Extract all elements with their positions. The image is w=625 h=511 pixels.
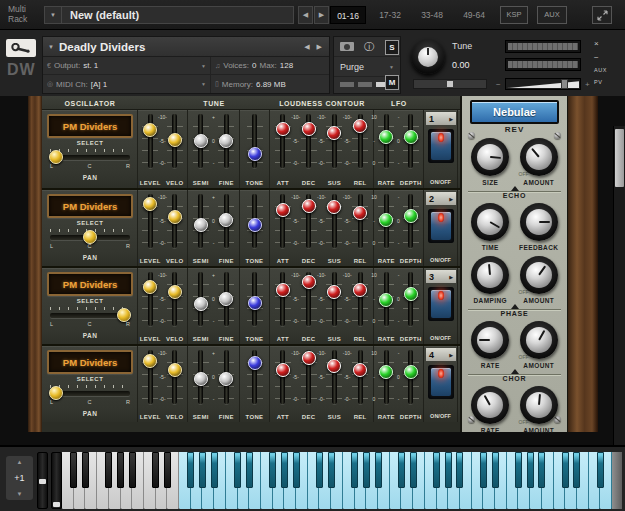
- fx-knob-echo-feedback[interactable]: [515, 200, 564, 244]
- depth-slider-knob[interactable]: [404, 130, 418, 144]
- rack-tab-49-64[interactable]: 49-64: [456, 6, 492, 24]
- black-key-mapped[interactable]: [456, 452, 463, 488]
- channel-number-tab[interactable]: 2▶: [426, 192, 456, 205]
- fx-knob-chor-rate[interactable]: [466, 383, 515, 427]
- minimize-view-button[interactable]: [592, 6, 612, 24]
- depth-slider-knob[interactable]: [404, 287, 418, 301]
- black-key[interactable]: [70, 452, 77, 488]
- rack-scrollbar-thumb[interactable]: [615, 129, 624, 187]
- sus-slider[interactable]: -10--5--0- SUS: [322, 110, 348, 188]
- pan-slider[interactable]: [50, 391, 130, 396]
- att-slider[interactable]: ATT: [270, 268, 296, 344]
- chevron-down-icon[interactable]: ▼: [45, 7, 62, 23]
- black-key-mapped[interactable]: [234, 452, 241, 488]
- black-key[interactable]: [82, 452, 89, 488]
- rel-slider[interactable]: -10--5--0- REL: [347, 268, 373, 344]
- chevron-down-icon[interactable]: ▼: [43, 44, 59, 50]
- black-key-mapped[interactable]: [515, 452, 522, 488]
- black-key-mapped[interactable]: [597, 452, 604, 488]
- fine-slider[interactable]: +0- FINE: [214, 268, 240, 344]
- pan-slider[interactable]: [50, 235, 130, 240]
- dec-slider-knob[interactable]: [302, 122, 316, 136]
- black-key-mapped[interactable]: [199, 452, 206, 488]
- rate-slider[interactable]: 10-0 RATE: [374, 110, 399, 188]
- rel-slider-knob[interactable]: [353, 283, 367, 297]
- mute-button[interactable]: M: [385, 75, 399, 90]
- black-key-mapped[interactable]: [445, 452, 452, 488]
- black-key-mapped[interactable]: [351, 452, 358, 488]
- black-key-mapped[interactable]: [398, 452, 405, 488]
- minimize-icon[interactable]: −: [594, 53, 599, 62]
- att-slider[interactable]: ATT: [270, 190, 296, 266]
- pan-strip[interactable]: [413, 79, 487, 89]
- info-icon[interactable]: ⓘ: [364, 40, 374, 54]
- black-key-mapped[interactable]: [375, 452, 382, 488]
- pan-knob[interactable]: [117, 308, 131, 322]
- black-key-mapped[interactable]: [492, 452, 499, 488]
- att-slider[interactable]: ATT: [270, 346, 296, 422]
- att-slider-knob[interactable]: [276, 122, 290, 136]
- velo-slider-knob[interactable]: [168, 133, 182, 147]
- depth-slider-knob[interactable]: [404, 365, 418, 379]
- prev-multi-button[interactable]: ◀: [298, 6, 313, 24]
- semi-slider[interactable]: SEMI: [188, 346, 214, 422]
- black-key-mapped[interactable]: [527, 452, 534, 488]
- tone-slider-knob[interactable]: [248, 296, 262, 310]
- att-slider[interactable]: ATT: [270, 110, 296, 188]
- fx-knob-chor-amount[interactable]: OFF: [515, 383, 564, 427]
- level-slider[interactable]: LEVEL: [138, 110, 163, 188]
- fine-slider-knob[interactable]: [219, 372, 233, 386]
- fine-slider[interactable]: +0- FINE: [214, 346, 240, 422]
- onoff-switch[interactable]: [428, 129, 454, 163]
- volume-handle[interactable]: [561, 79, 568, 89]
- semi-slider[interactable]: SEMI: [188, 110, 214, 188]
- black-key-mapped[interactable]: [211, 452, 218, 488]
- black-key-mapped[interactable]: [328, 452, 335, 488]
- aux-sends-button[interactable]: AUX: [594, 67, 607, 73]
- rel-slider[interactable]: -10--5--0- REL: [347, 346, 373, 422]
- black-key-mapped[interactable]: [316, 452, 323, 488]
- fine-slider[interactable]: +0- FINE: [214, 190, 240, 266]
- dec-slider[interactable]: -10--5--0- DEC: [296, 110, 322, 188]
- velo-slider-knob[interactable]: [168, 363, 182, 377]
- onoff-switch[interactable]: [428, 287, 454, 321]
- depth-slider[interactable]: -0- DEPTH: [399, 346, 424, 422]
- rack-tab-17-32[interactable]: 17-32: [372, 6, 408, 24]
- prev-instrument-button[interactable]: ◀: [304, 43, 309, 51]
- depth-slider[interactable]: -0- DEPTH: [399, 268, 424, 344]
- aux-view-button[interactable]: AUX: [537, 6, 567, 24]
- pan-knob[interactable]: [83, 230, 97, 244]
- channel-number-tab[interactable]: 4▶: [426, 348, 456, 361]
- oscillator-display[interactable]: PM Dividers: [47, 194, 133, 218]
- fx-knob-phase-amount[interactable]: OFF: [515, 318, 564, 362]
- black-key-mapped[interactable]: [573, 452, 580, 488]
- oscillator-display[interactable]: PM Dividers: [47, 272, 133, 296]
- pv-button[interactable]: PV: [594, 79, 602, 85]
- black-key-mapped[interactable]: [187, 452, 194, 488]
- depth-slider[interactable]: -0- DEPTH: [399, 110, 424, 188]
- black-key[interactable]: [105, 452, 112, 488]
- semi-slider[interactable]: SEMI: [188, 190, 214, 266]
- fx-knob-rev-size[interactable]: [466, 135, 515, 179]
- rel-slider[interactable]: -10--5--0- REL: [347, 190, 373, 266]
- channel-number-tab[interactable]: 1▶: [426, 112, 456, 125]
- volume-slider[interactable]: [505, 78, 581, 90]
- rate-slider[interactable]: 10-0 RATE: [374, 268, 399, 344]
- octave-up-icon[interactable]: ▲: [17, 459, 23, 465]
- black-key-mapped[interactable]: [281, 452, 288, 488]
- fx-knob-echo-amount[interactable]: OFF: [515, 253, 564, 297]
- black-key-mapped[interactable]: [363, 452, 370, 488]
- multi-preset-selector[interactable]: ▼ New (default): [44, 6, 294, 24]
- oscillator-display[interactable]: PM Dividers: [47, 350, 133, 374]
- pan-slider[interactable]: [50, 313, 130, 318]
- mod-wheel-handle[interactable]: [53, 502, 60, 507]
- mod-wheel[interactable]: [51, 452, 62, 509]
- next-multi-button[interactable]: ▶: [314, 6, 329, 24]
- depth-slider-knob[interactable]: [404, 209, 418, 223]
- fx-knob-rev-amount[interactable]: OFF: [515, 135, 564, 179]
- fine-slider[interactable]: +0- FINE: [214, 110, 240, 188]
- tone-slider[interactable]: TONE: [240, 346, 269, 422]
- black-key-mapped[interactable]: [562, 452, 569, 488]
- close-icon[interactable]: ×: [594, 39, 599, 48]
- dec-slider[interactable]: -10--5--0- DEC: [296, 346, 322, 422]
